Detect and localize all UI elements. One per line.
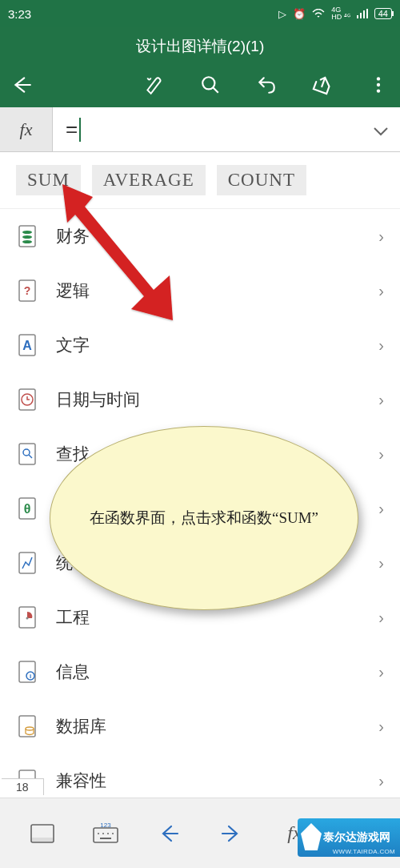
formula-dropdown[interactable] <box>373 117 389 142</box>
lookup-icon <box>16 441 38 467</box>
category-label: 文字 <box>56 334 361 356</box>
category-label: 统 <box>56 552 361 574</box>
fx-label[interactable]: fx <box>0 107 53 151</box>
next-button[interactable] <box>212 814 250 853</box>
engineering-icon <box>16 605 38 630</box>
undo-button[interactable] <box>256 74 277 98</box>
svg-rect-1 <box>360 13 362 18</box>
status-icons: ▷ ⏰ 4GHD ⁴ᴳ 44 <box>278 6 392 21</box>
back-button[interactable] <box>11 74 32 98</box>
svg-point-11 <box>22 240 32 243</box>
function-categories: 财务 › ? 逻辑 › A 文字 › 日期与时间 › 查找 › θ › 统 › … <box>0 209 400 808</box>
battery-icon: 44 <box>374 8 392 19</box>
watermark-brand: 泰尔达游戏网 <box>323 831 390 843</box>
formula-value: = <box>66 117 78 142</box>
card-view-button[interactable] <box>23 814 62 853</box>
svg-rect-34 <box>94 828 118 842</box>
document-title: 设计出图详情(2)(1) <box>0 27 400 66</box>
chevron-right-icon: › <box>378 663 384 681</box>
keyboard-button[interactable]: 123 <box>86 814 125 853</box>
status-bar: 3:23 ▷ ⏰ 4GHD ⁴ᴳ 44 <box>0 0 400 27</box>
svg-point-19 <box>23 449 30 456</box>
chevron-right-icon: › <box>378 336 384 355</box>
svg-point-36 <box>98 833 99 834</box>
category-label: 查找 <box>56 443 361 465</box>
svg-point-6 <box>377 83 380 86</box>
category-label: 工程 <box>56 606 361 629</box>
suggestion-average[interactable]: AVERAGE <box>92 165 206 195</box>
category-engineering[interactable]: 工程 › <box>16 590 384 645</box>
chevron-right-icon: › <box>378 554 384 573</box>
search-button[interactable] <box>200 74 221 98</box>
svg-rect-18 <box>19 444 35 464</box>
svg-point-29 <box>26 727 34 730</box>
text-icon: A <box>16 332 38 358</box>
category-label: 逻辑 <box>56 279 361 302</box>
category-finance[interactable]: 财务 › <box>16 209 384 263</box>
category-datetime[interactable]: 日期与时间 › <box>16 372 384 427</box>
category-label: 信息 <box>56 661 361 683</box>
watermark-url: WWW.TAIRDA.COM <box>333 848 395 855</box>
category-label: 数据库 <box>56 715 361 737</box>
formula-input[interactable]: = <box>53 107 400 151</box>
share-button[interactable] <box>312 74 333 98</box>
signal-icon-1: 4GHD ⁴ᴳ <box>331 6 350 21</box>
svg-point-37 <box>102 833 104 834</box>
category-label: 财务 <box>56 225 361 247</box>
chevron-right-icon: › <box>378 227 384 246</box>
svg-point-10 <box>22 235 32 239</box>
category-text[interactable]: A 文字 › <box>16 318 384 372</box>
category-math[interactable]: θ › <box>16 481 384 536</box>
category-logic[interactable]: ? 逻辑 › <box>16 263 384 318</box>
wifi-icon <box>312 9 325 18</box>
chevron-right-icon: › <box>378 391 384 409</box>
finance-icon <box>16 223 38 249</box>
chevron-right-icon: › <box>378 717 384 736</box>
svg-text:?: ? <box>24 284 31 297</box>
suggestion-count[interactable]: COUNT <box>217 165 306 195</box>
svg-point-4 <box>202 77 214 89</box>
svg-rect-0 <box>357 15 358 18</box>
svg-rect-40 <box>100 838 111 839</box>
signal-bars-icon <box>357 9 368 18</box>
toolbar <box>0 66 400 107</box>
category-stats[interactable]: 统 › <box>16 536 384 590</box>
svg-text:A: A <box>22 339 32 352</box>
svg-point-7 <box>377 89 380 92</box>
info-icon: i <box>16 659 38 685</box>
svg-rect-3 <box>366 9 368 18</box>
formula-bar: fx = <box>0 107 400 152</box>
status-time: 3:23 <box>8 7 278 21</box>
category-label: 日期与时间 <box>56 388 361 411</box>
category-database[interactable]: 数据库 › <box>16 699 384 753</box>
chevron-right-icon: › <box>378 282 384 300</box>
svg-point-24 <box>26 617 29 620</box>
function-suggestions: SUM AVERAGE COUNT <box>0 152 400 209</box>
category-lookup[interactable]: 查找 › <box>16 427 384 481</box>
math-icon: θ <box>16 496 38 521</box>
database-icon <box>16 713 38 739</box>
alarm-icon: ⏰ <box>293 8 306 20</box>
watermark: 泰尔达游戏网 WWW.TAIRDA.COM <box>298 818 400 857</box>
svg-rect-2 <box>363 10 365 18</box>
category-label: 兼容性 <box>56 770 361 792</box>
svg-text:123: 123 <box>100 823 111 829</box>
vowifi-icon: ▷ <box>278 8 286 20</box>
more-button[interactable] <box>368 74 389 98</box>
category-info[interactable]: i 信息 › <box>16 645 384 699</box>
svg-point-9 <box>22 231 32 234</box>
chevron-right-icon: › <box>378 609 384 627</box>
stats-icon <box>16 550 38 576</box>
svg-point-5 <box>377 77 380 80</box>
chevron-right-icon: › <box>378 445 384 464</box>
sheet-tab[interactable]: 18 <box>2 778 44 795</box>
svg-point-38 <box>107 833 109 834</box>
svg-text:i: i <box>30 673 31 680</box>
suggestion-sum[interactable]: SUM <box>16 165 81 195</box>
chevron-right-icon: › <box>378 772 384 790</box>
datetime-icon <box>16 387 38 412</box>
chevron-right-icon: › <box>378 500 384 518</box>
edit-button[interactable] <box>144 74 165 98</box>
prev-button[interactable] <box>150 814 188 853</box>
logic-icon: ? <box>16 278 38 303</box>
